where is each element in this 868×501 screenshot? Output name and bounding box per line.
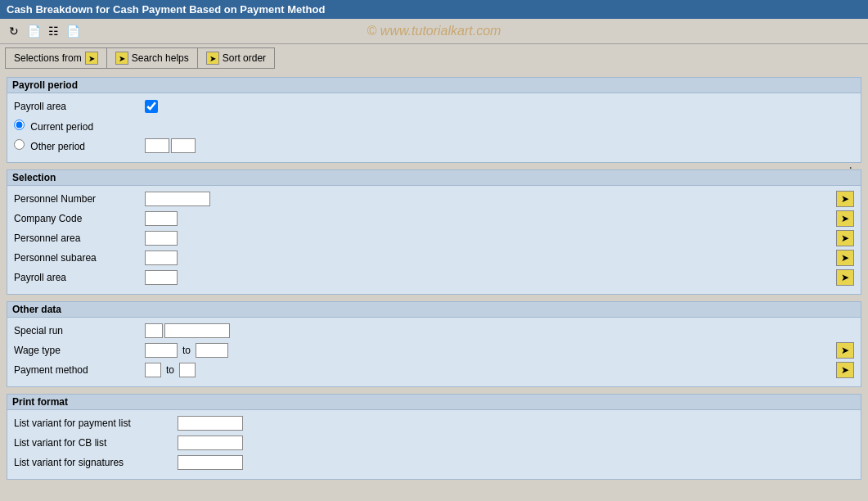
list-variant-payment-input[interactable] <box>178 416 243 431</box>
tab-selections-from-label: Selections from <box>14 52 82 64</box>
list-variant-signatures-input[interactable] <box>178 455 243 470</box>
company-code-row: Company Code ➤ <box>14 210 854 227</box>
payment-method-input-to[interactable] <box>179 363 196 377</box>
current-period-label: Current period <box>14 120 145 133</box>
back-icon[interactable]: ↻ <box>5 22 23 40</box>
tab-sort-order[interactable]: ➤ Sort order <box>197 47 275 69</box>
wage-type-arrow-btn[interactable]: ➤ <box>836 342 854 359</box>
print-format-header: Print format <box>7 395 861 410</box>
special-run-row: Special run <box>14 323 854 339</box>
wage-type-row: Wage type to ➤ <box>14 342 854 359</box>
tab-selections-from[interactable]: Selections from ➤ <box>5 47 106 69</box>
toolbar: ↻ 📄 ☷ 📄 © www.tutorialkart.com <box>0 19 868 44</box>
wage-type-input-to[interactable] <box>196 343 228 358</box>
period-inputs <box>145 138 196 153</box>
personnel-area-arrow-btn[interactable]: ➤ <box>836 230 854 246</box>
payment-method-arrow-btn[interactable]: ➤ <box>836 362 854 378</box>
company-code-label: Company Code <box>14 213 145 224</box>
payroll-area-row: Payroll area <box>14 98 854 115</box>
tab-search-helps[interactable]: ➤ Search helps <box>106 47 197 69</box>
tab-search-arrow-icon: ➤ <box>115 52 128 65</box>
other-period-radio[interactable] <box>14 139 25 150</box>
personnel-area-input[interactable] <box>145 231 178 246</box>
selection-section: Selection Personnel Number ➤ Company Cod… <box>7 169 861 295</box>
personnel-subarea-input[interactable] <box>145 250 178 265</box>
info-icon[interactable]: ☷ <box>44 22 62 40</box>
payroll-area-label: Payroll area <box>14 101 145 112</box>
list-variant-signatures-label: List variant for signatures <box>14 457 178 468</box>
other-period-label: Other period <box>14 139 145 152</box>
current-period-row: Current period <box>14 118 854 134</box>
other-period-row: Other period <box>14 138 854 154</box>
title-bar: Cash Breakdown for Cash Payment Based on… <box>0 0 868 19</box>
list-variant-cb-label: List variant for CB list <box>14 437 178 449</box>
special-run-label: Special run <box>14 325 145 336</box>
wage-type-to-label: to <box>182 345 191 356</box>
personnel-number-input[interactable] <box>145 192 210 206</box>
payroll-period-header: Payroll period <box>7 78 861 93</box>
company-code-arrow-btn[interactable]: ➤ <box>836 210 854 227</box>
current-period-radio[interactable] <box>14 120 25 130</box>
print-format-section: Print format List variant for payment li… <box>7 394 861 480</box>
list-variant-payment-label: List variant for payment list <box>14 418 178 429</box>
tab-sort-arrow-icon: ➤ <box>206 52 219 65</box>
list-variant-cb-row: List variant for CB list <box>14 435 854 451</box>
watermark: © www.tutorialkart.com <box>367 24 501 38</box>
other-period-input1[interactable] <box>145 138 169 153</box>
list-variant-signatures-row: List variant for signatures <box>14 454 854 471</box>
help-icon[interactable]: 📄 <box>64 22 82 40</box>
main-content: Payroll period Payroll area Current peri… <box>0 72 868 491</box>
list-variant-payment-row: List variant for payment list <box>14 415 854 431</box>
forward-icon[interactable]: 📄 <box>25 22 43 40</box>
wage-type-input-from[interactable] <box>145 343 178 358</box>
tab-bar: Selections from ➤ ➤ Search helps ➤ Sort … <box>0 44 868 72</box>
payroll-period-section: Payroll period Payroll area Current peri… <box>7 77 861 163</box>
selection-payroll-area-arrow-btn[interactable]: ➤ <box>836 269 854 286</box>
special-run-inputs <box>145 323 230 338</box>
payment-method-label: Payment method <box>14 364 145 376</box>
payment-method-row: Payment method to ➤ <box>14 362 854 378</box>
tab-sort-order-label: Sort order <box>223 52 266 64</box>
tab-search-helps-label: Search helps <box>132 52 189 64</box>
wage-type-label: Wage type <box>14 345 145 356</box>
special-run-input2[interactable] <box>164 323 230 338</box>
payment-method-to-label: to <box>166 364 174 376</box>
personnel-subarea-label: Personnel subarea <box>14 252 145 264</box>
selection-payroll-area-row: Payroll area ➤ <box>14 269 854 286</box>
other-data-body: Special run Wage type to ➤ Payment metho… <box>7 318 861 386</box>
other-data-section: Other data Special run Wage type to ➤ <box>7 301 861 387</box>
other-period-input2[interactable] <box>171 138 196 153</box>
personnel-area-label: Personnel area <box>14 232 145 244</box>
personnel-number-row: Personnel Number ➤ <box>14 191 854 207</box>
personnel-area-row: Personnel area ➤ <box>14 230 854 246</box>
tab-selections-arrow-icon: ➤ <box>85 52 98 65</box>
payroll-area-checkbox[interactable] <box>145 100 158 113</box>
print-format-body: List variant for payment list List varia… <box>7 410 861 479</box>
personnel-number-arrow-btn[interactable]: ➤ <box>836 191 854 207</box>
selection-payroll-area-label: Payroll area <box>14 272 145 283</box>
other-data-header: Other data <box>7 302 861 318</box>
company-code-input[interactable] <box>145 211 178 226</box>
personnel-subarea-row: Personnel subarea ➤ <box>14 250 854 266</box>
selection-header: Selection <box>7 170 861 186</box>
special-run-input1[interactable] <box>145 323 163 338</box>
payroll-period-body: Payroll area Current period Other period <box>7 93 861 162</box>
dot-marker: . <box>849 157 852 172</box>
list-variant-cb-input[interactable] <box>178 436 243 450</box>
payment-method-input-from[interactable] <box>145 363 161 377</box>
selection-payroll-area-input[interactable] <box>145 270 178 285</box>
personnel-subarea-arrow-btn[interactable]: ➤ <box>836 250 854 266</box>
personnel-number-label: Personnel Number <box>14 193 145 205</box>
selection-body: Personnel Number ➤ Company Code ➤ Person… <box>7 186 861 294</box>
page-title: Cash Breakdown for Cash Payment Based on… <box>7 3 325 16</box>
